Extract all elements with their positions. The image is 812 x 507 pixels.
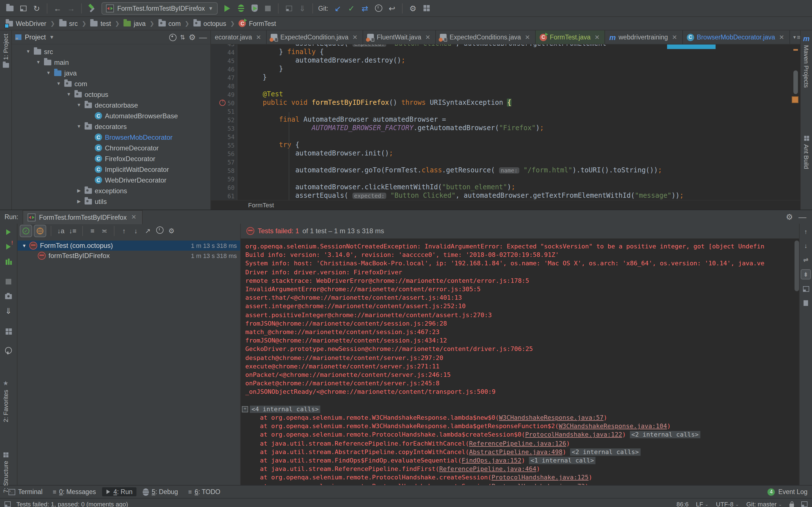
breadcrumb-item[interactable]: FormTest [239, 20, 276, 27]
tree-item-exceptions[interactable]: ▶exceptions [12, 185, 210, 196]
run-button[interactable] [221, 2, 234, 14]
editor-breadcrumb[interactable]: FormTest [211, 200, 800, 210]
git-commit-icon[interactable]: ✓ [345, 2, 357, 14]
rerun-button[interactable] [6, 228, 11, 236]
tree-item-java[interactable]: ▼java [12, 68, 210, 78]
tree-item-decorators[interactable]: ▼decorators [12, 121, 210, 132]
tree-toggle-icon[interactable]: ▼ [36, 60, 41, 65]
git-branches-icon[interactable]: ⇄ [359, 2, 371, 14]
deploy-icon[interactable]: ⇓ [296, 2, 308, 14]
history-icon[interactable] [372, 2, 385, 14]
editor-tab-expectedcondition-java[interactable]: ExpectedCondition.java✕ [267, 31, 363, 44]
annotation-mark[interactable] [792, 96, 799, 103]
stack-trace-link[interactable]: FindOps.java:152 [462, 457, 521, 464]
close-icon[interactable]: ✕ [524, 34, 531, 41]
sidebar-tab-structure[interactable]: 7: Structure [2, 452, 9, 493]
breadcrumb-item[interactable]: test [90, 20, 111, 27]
stack-trace-link[interactable]: ProtocolHandshake.java:122 [525, 431, 622, 439]
rerun-failed-tests-button[interactable]: ! [6, 243, 11, 251]
close-icon[interactable]: ✕ [255, 34, 262, 41]
update-app-icon[interactable] [283, 2, 295, 14]
console-output[interactable]: org.openqa.selenium.SessionNotCreatedExc… [241, 239, 799, 485]
close-icon[interactable]: ✕ [778, 34, 785, 41]
stop-button[interactable] [262, 2, 274, 14]
save-icon[interactable] [17, 2, 29, 14]
run-tab[interactable]: FormTest.formTestByIDFirefox ✕ [23, 210, 143, 224]
gear-icon[interactable]: ⚙ [166, 227, 176, 235]
tree-toggle-icon[interactable]: ▼ [56, 81, 61, 86]
toolwindow-button-6-todo[interactable]: ≡6: TODO [184, 487, 224, 497]
tree-toggle-icon[interactable]: ▼ [76, 103, 82, 108]
git-update-icon[interactable]: ↙ [332, 2, 344, 14]
tree-item-implicitwaitdecorator[interactable]: ImplicitWaitDecorator [12, 164, 210, 175]
test-failed-gutter-icon[interactable] [220, 100, 226, 106]
layout-icon[interactable] [5, 327, 11, 335]
sidebar-tab-ant[interactable]: Ant Build [803, 135, 810, 169]
expand-all-icon[interactable]: ≡ [87, 227, 98, 235]
locate-icon[interactable] [169, 34, 176, 41]
caret-position[interactable]: 86:6 [676, 501, 689, 507]
toolwindow-button-4-run[interactable]: 4: Run [102, 487, 137, 496]
toolwindow-button-0-messages[interactable]: ≡0: Messages [49, 487, 100, 497]
tree-item-webdriverdecorator[interactable]: WebDriverDecorator [12, 175, 210, 185]
dump-threads-icon[interactable]: ⇓ [5, 307, 11, 315]
close-icon[interactable]: ✕ [351, 34, 359, 41]
export-test-results-icon[interactable]: ↗ [143, 227, 153, 235]
breadcrumb-item[interactable]: com [158, 20, 181, 27]
tree-item-firefoxdecorator[interactable]: FirefoxDecorator [12, 153, 210, 164]
soft-wrap-icon[interactable]: ⇌ [801, 255, 810, 264]
close-icon[interactable]: ✕ [593, 34, 601, 41]
editor-tab-webdrivertraining[interactable]: webdrivertraining✕ [605, 31, 683, 44]
editor-scrollbar[interactable] [792, 45, 799, 200]
stack-trace-link[interactable]: ReferencePipeline.java:126 [469, 440, 566, 447]
collapse-all-icon[interactable]: ⇅ [180, 33, 185, 41]
tree-toggle-icon[interactable]: ▼ [26, 49, 31, 54]
rollback-icon[interactable]: ↩ [386, 2, 398, 14]
sync-icon[interactable]: ↻ [31, 2, 43, 14]
tree-item-com[interactable]: ▼com [12, 78, 210, 89]
lock-icon[interactable] [790, 504, 794, 507]
tree-item-chromedecorator[interactable]: ChromeDecorator [12, 143, 210, 153]
screenshot-icon[interactable] [5, 292, 12, 300]
console-scrollbar-thumb[interactable] [795, 240, 799, 291]
coverage-button[interactable] [248, 2, 260, 14]
line-ending-select[interactable]: LF⌄ [696, 501, 709, 507]
tree-toggle-icon[interactable]: ▶ [76, 188, 82, 193]
close-icon[interactable]: ✕ [671, 34, 678, 41]
test-tree-row[interactable]: formTestByIDFirefox1 m 13 s 318 ms [17, 251, 240, 261]
show-passed-toggle[interactable]: ✓ [20, 225, 32, 237]
git-branch-select[interactable]: Git: master⌄ [746, 501, 782, 507]
show-ignored-toggle[interactable] [34, 225, 46, 237]
tree-item-octopus[interactable]: ▼octopus [12, 89, 210, 100]
close-icon[interactable]: ✕ [130, 214, 137, 221]
minimize-icon[interactable]: — [799, 213, 806, 221]
breadcrumb-item[interactable]: WebDriver [6, 20, 46, 27]
toolwindow-button-terminal[interactable]: Terminal [4, 487, 47, 496]
tree-item-utils[interactable]: ▶utils [12, 196, 210, 207]
stop-button[interactable] [6, 278, 11, 286]
debug-button[interactable] [235, 2, 247, 14]
tool-window-switcher-icon[interactable] [4, 501, 11, 507]
open-icon[interactable] [3, 2, 16, 14]
tree-toggle-icon[interactable]: ▶ [76, 199, 82, 204]
build-hammer-icon[interactable] [86, 2, 98, 14]
sidebar-tab-project[interactable]: 1: Project [2, 34, 9, 68]
gear-icon[interactable]: ⚙ [189, 33, 196, 41]
editor-tab-formtest-java[interactable]: FormTest.java✕ [536, 31, 605, 44]
sort-by-duration-icon[interactable]: ↓≡ [68, 227, 78, 235]
tree-item-decoratorbase[interactable]: ▼decoratorbase [12, 100, 210, 110]
breadcrumb-item[interactable]: octopus [193, 20, 226, 27]
next-failed-icon[interactable]: ↓ [131, 227, 141, 235]
stack-trace-link[interactable]: ProtocolHandshake.java:125 [492, 474, 589, 482]
encoding-select[interactable]: UTF-8⌄ [716, 501, 739, 507]
toolwindow-button-5-debug[interactable]: 5: Debug [139, 487, 182, 497]
breadcrumb-item[interactable]: src [59, 20, 78, 27]
tree-toggle-icon[interactable]: ▼ [66, 92, 71, 97]
editor-tab-fluentwait-java[interactable]: FluentWait.java✕ [363, 31, 436, 44]
pin-icon[interactable] [5, 346, 12, 354]
scroll-up-icon[interactable]: ↑ [801, 227, 810, 236]
stack-trace-link[interactable]: W3CHandshakeResponse.java:104 [559, 423, 667, 430]
tree-item-browsermobdecorator[interactable]: BrowserMobDecorator [12, 132, 210, 143]
editor-tab-ecorator-java[interactable]: ecorator.java✕ [211, 31, 267, 44]
editor-tab-expectedconditions-java[interactable]: ExpectedConditions.java✕ [436, 31, 536, 44]
